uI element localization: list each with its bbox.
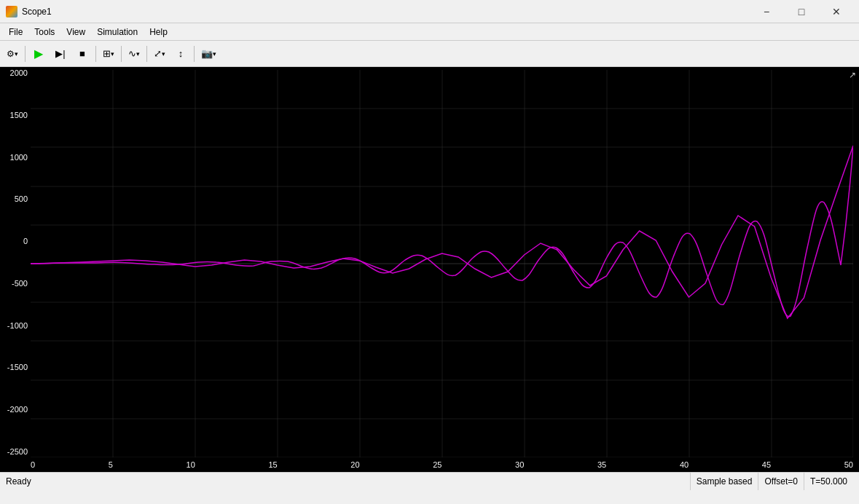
- y-label-n500: -500: [12, 279, 28, 288]
- cursor-button[interactable]: ↕: [170, 44, 191, 64]
- y-label-n2500: -2500: [7, 447, 28, 456]
- y-axis: 2000 1500 1000 500 0 -500 -1000 -1500 -2…: [0, 67, 31, 457]
- plot-svg: [31, 70, 853, 457]
- x-label-0: 0: [31, 460, 35, 469]
- x-label-15: 15: [268, 460, 277, 469]
- menu-help[interactable]: Help: [144, 25, 173, 39]
- menu-file[interactable]: File: [3, 25, 28, 39]
- x-label-10: 10: [187, 460, 195, 469]
- x-label-50: 50: [844, 460, 853, 469]
- title-bar: Scope1 − □ ✕: [0, 0, 859, 23]
- maximize-button[interactable]: □: [785, 1, 818, 23]
- time-label: T=50.000: [810, 476, 847, 487]
- x-label-5: 5: [109, 460, 113, 469]
- sep3: [121, 46, 122, 62]
- expand-icon[interactable]: ↗: [849, 70, 856, 80]
- sep2: [95, 46, 96, 62]
- zoom-arrow: ▾: [162, 50, 165, 58]
- menu-bar: File Tools View Simulation Help: [0, 23, 859, 41]
- title-bar-left: Scope1: [6, 6, 52, 17]
- x-label-45: 45: [762, 460, 771, 469]
- y-label-n2000: -2000: [7, 405, 28, 414]
- settings-arrow: ▾: [15, 50, 18, 58]
- save-arrow: ▾: [213, 50, 216, 58]
- save-dropdown[interactable]: 📷 ▾: [197, 44, 220, 64]
- stop-button[interactable]: ■: [72, 44, 93, 64]
- sample-based-segment: Sample based: [690, 473, 758, 490]
- signal-arrow: ▾: [136, 50, 140, 58]
- menu-simulation[interactable]: Simulation: [91, 25, 144, 39]
- sample-based-label: Sample based: [697, 476, 753, 487]
- offset-label: Offset=0: [764, 476, 797, 487]
- plot-area[interactable]: 2000 1500 1000 500 0 -500 -1000 -1500 -2…: [0, 67, 859, 472]
- window-title: Scope1: [22, 7, 52, 17]
- y-label-n1000: -1000: [7, 321, 28, 330]
- sep1: [25, 46, 26, 62]
- settings-icon: ⚙: [7, 49, 15, 59]
- save-icon: 📷: [201, 48, 213, 59]
- menu-tools[interactable]: Tools: [28, 25, 60, 39]
- zoom-dropdown[interactable]: ⤢ ▾: [150, 44, 169, 64]
- toolbar: ⚙ ▾ ▶ ▶| ■ ⊞ ▾ ∿ ▾ ⤢ ▾ ↕ 📷 ▾: [0, 41, 859, 67]
- app-icon: [6, 6, 17, 17]
- x-label-20: 20: [350, 460, 359, 469]
- x-label-30: 30: [515, 460, 524, 469]
- layout-icon: ⊞: [103, 48, 111, 59]
- run-button[interactable]: ▶: [28, 44, 49, 64]
- zoom-icon: ⤢: [154, 48, 162, 59]
- x-label-35: 35: [597, 460, 606, 469]
- sep4: [146, 46, 147, 62]
- x-axis: 0 5 10 15 20 25 30 35 40 45 50: [31, 457, 853, 472]
- step-forward-button[interactable]: ▶|: [50, 44, 71, 64]
- x-label-40: 40: [680, 460, 689, 469]
- offset-segment: Offset=0: [758, 473, 803, 490]
- time-segment: T=50.000: [804, 473, 853, 490]
- y-label-1500: 1500: [10, 111, 28, 119]
- signal-icon: ∿: [128, 48, 136, 59]
- y-label-1000: 1000: [10, 153, 28, 162]
- layout-dropdown[interactable]: ⊞ ▾: [99, 44, 118, 64]
- minimize-button[interactable]: −: [750, 1, 783, 23]
- y-label-0: 0: [23, 237, 28, 245]
- status-right: Sample based Offset=0 T=50.000: [690, 473, 853, 490]
- window-controls: − □ ✕: [750, 1, 853, 23]
- settings-dropdown[interactable]: ⚙ ▾: [3, 44, 22, 64]
- status-ready: Ready: [6, 476, 31, 487]
- y-label-500: 500: [15, 194, 28, 203]
- layout-arrow: ▾: [111, 50, 114, 58]
- close-button[interactable]: ✕: [820, 1, 853, 23]
- status-bar: Ready Sample based Offset=0 T=50.000: [0, 472, 859, 489]
- x-label-25: 25: [433, 460, 442, 469]
- signal-dropdown[interactable]: ∿ ▾: [125, 44, 144, 64]
- menu-view[interactable]: View: [60, 25, 91, 39]
- y-label-2000: 2000: [10, 68, 28, 77]
- y-label-n1500: -1500: [7, 363, 28, 371]
- sep5: [194, 46, 195, 62]
